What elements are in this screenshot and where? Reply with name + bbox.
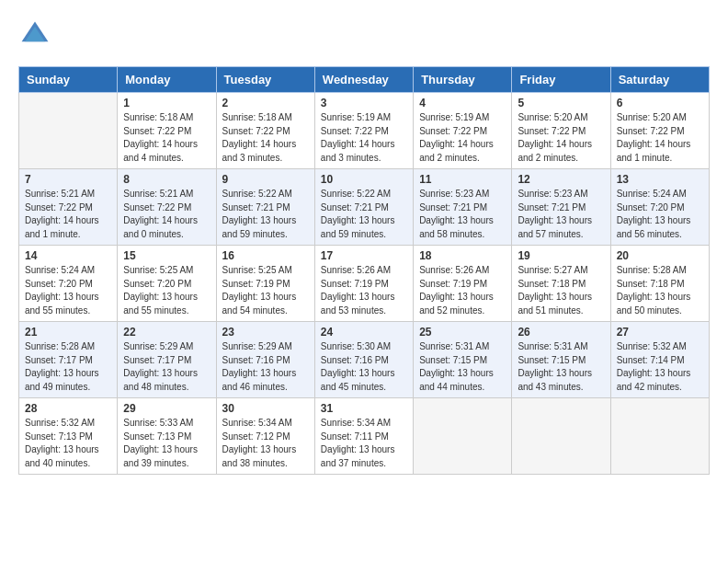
weekday-header: Saturday bbox=[610, 67, 709, 93]
calendar-header: SundayMondayTuesdayWednesdayThursdayFrid… bbox=[19, 67, 710, 93]
calendar-week-row: 14Sunrise: 5:24 AMSunset: 7:20 PMDayligh… bbox=[19, 246, 710, 322]
calendar-cell: 12Sunrise: 5:23 AMSunset: 7:21 PMDayligh… bbox=[512, 169, 610, 246]
calendar-week-row: 28Sunrise: 5:32 AMSunset: 7:13 PMDayligh… bbox=[19, 398, 710, 475]
day-number: 9 bbox=[222, 173, 309, 186]
weekday-header: Tuesday bbox=[216, 67, 314, 93]
calendar-cell: 22Sunrise: 5:29 AMSunset: 7:17 PMDayligh… bbox=[118, 322, 216, 398]
day-number: 30 bbox=[222, 402, 309, 415]
page-header bbox=[18, 18, 710, 52]
day-number: 10 bbox=[321, 173, 407, 186]
calendar-week-row: 7Sunrise: 5:21 AMSunset: 7:22 PMDaylight… bbox=[19, 169, 710, 246]
calendar-cell: 24Sunrise: 5:30 AMSunset: 7:16 PMDayligh… bbox=[314, 322, 413, 398]
day-number: 24 bbox=[321, 326, 407, 339]
day-info: Sunrise: 5:21 AMSunset: 7:22 PMDaylight:… bbox=[25, 188, 111, 241]
day-info: Sunrise: 5:25 AMSunset: 7:19 PMDaylight:… bbox=[222, 264, 309, 317]
calendar-cell: 13Sunrise: 5:24 AMSunset: 7:20 PMDayligh… bbox=[610, 169, 709, 246]
day-info: Sunrise: 5:34 AMSunset: 7:11 PMDaylight:… bbox=[321, 417, 407, 470]
day-number: 19 bbox=[518, 249, 604, 262]
calendar-cell: 15Sunrise: 5:25 AMSunset: 7:20 PMDayligh… bbox=[118, 246, 216, 322]
calendar-cell: 3Sunrise: 5:19 AMSunset: 7:22 PMDaylight… bbox=[314, 93, 413, 169]
day-number: 21 bbox=[25, 326, 111, 339]
calendar-cell bbox=[414, 398, 512, 475]
logo bbox=[18, 18, 55, 52]
day-info: Sunrise: 5:18 AMSunset: 7:22 PMDaylight:… bbox=[222, 111, 309, 165]
calendar-cell: 21Sunrise: 5:28 AMSunset: 7:17 PMDayligh… bbox=[19, 322, 118, 398]
calendar-cell bbox=[610, 398, 709, 475]
calendar-cell: 5Sunrise: 5:20 AMSunset: 7:22 PMDaylight… bbox=[512, 93, 610, 169]
day-number: 3 bbox=[321, 97, 407, 109]
calendar-week-row: 21Sunrise: 5:28 AMSunset: 7:17 PMDayligh… bbox=[19, 322, 710, 398]
calendar-cell: 11Sunrise: 5:23 AMSunset: 7:21 PMDayligh… bbox=[414, 169, 512, 246]
calendar-body: 1Sunrise: 5:18 AMSunset: 7:22 PMDaylight… bbox=[19, 93, 710, 475]
day-info: Sunrise: 5:27 AMSunset: 7:18 PMDaylight:… bbox=[518, 264, 604, 317]
day-number: 25 bbox=[419, 326, 506, 339]
day-info: Sunrise: 5:19 AMSunset: 7:22 PMDaylight:… bbox=[321, 111, 407, 165]
day-info: Sunrise: 5:25 AMSunset: 7:20 PMDaylight:… bbox=[123, 264, 210, 317]
day-number: 14 bbox=[25, 249, 111, 262]
weekday-header: Thursday bbox=[414, 67, 512, 93]
day-info: Sunrise: 5:33 AMSunset: 7:13 PMDaylight:… bbox=[123, 417, 210, 470]
calendar-cell: 31Sunrise: 5:34 AMSunset: 7:11 PMDayligh… bbox=[314, 398, 413, 475]
calendar-cell: 9Sunrise: 5:22 AMSunset: 7:21 PMDaylight… bbox=[216, 169, 314, 246]
day-number: 27 bbox=[617, 326, 703, 339]
day-info: Sunrise: 5:21 AMSunset: 7:22 PMDaylight:… bbox=[123, 188, 210, 241]
calendar-cell: 14Sunrise: 5:24 AMSunset: 7:20 PMDayligh… bbox=[19, 246, 118, 322]
calendar-table: SundayMondayTuesdayWednesdayThursdayFrid… bbox=[18, 66, 710, 475]
day-info: Sunrise: 5:24 AMSunset: 7:20 PMDaylight:… bbox=[25, 264, 111, 317]
weekday-row: SundayMondayTuesdayWednesdayThursdayFrid… bbox=[19, 67, 710, 93]
day-info: Sunrise: 5:32 AMSunset: 7:14 PMDaylight:… bbox=[617, 340, 703, 394]
day-number: 8 bbox=[123, 173, 210, 186]
day-info: Sunrise: 5:31 AMSunset: 7:15 PMDaylight:… bbox=[419, 340, 506, 394]
day-number: 6 bbox=[617, 97, 703, 109]
weekday-header: Sunday bbox=[19, 67, 118, 93]
calendar-cell: 1Sunrise: 5:18 AMSunset: 7:22 PMDaylight… bbox=[118, 93, 216, 169]
day-info: Sunrise: 5:28 AMSunset: 7:17 PMDaylight:… bbox=[25, 340, 111, 394]
day-number: 17 bbox=[321, 249, 407, 262]
calendar-cell: 19Sunrise: 5:27 AMSunset: 7:18 PMDayligh… bbox=[512, 246, 610, 322]
day-info: Sunrise: 5:29 AMSunset: 7:16 PMDaylight:… bbox=[222, 340, 309, 394]
day-number: 16 bbox=[222, 249, 309, 262]
calendar-cell: 6Sunrise: 5:20 AMSunset: 7:22 PMDaylight… bbox=[610, 93, 709, 169]
day-number: 20 bbox=[617, 249, 703, 262]
calendar-cell: 8Sunrise: 5:21 AMSunset: 7:22 PMDaylight… bbox=[118, 169, 216, 246]
calendar-cell: 20Sunrise: 5:28 AMSunset: 7:18 PMDayligh… bbox=[610, 246, 709, 322]
day-info: Sunrise: 5:26 AMSunset: 7:19 PMDaylight:… bbox=[419, 264, 506, 317]
day-number: 23 bbox=[222, 326, 309, 339]
calendar-cell: 25Sunrise: 5:31 AMSunset: 7:15 PMDayligh… bbox=[414, 322, 512, 398]
calendar-cell: 16Sunrise: 5:25 AMSunset: 7:19 PMDayligh… bbox=[216, 246, 314, 322]
day-info: Sunrise: 5:20 AMSunset: 7:22 PMDaylight:… bbox=[518, 111, 604, 165]
day-number: 1 bbox=[123, 97, 210, 109]
day-number: 29 bbox=[123, 402, 210, 415]
day-number: 28 bbox=[25, 402, 111, 415]
day-info: Sunrise: 5:19 AMSunset: 7:22 PMDaylight:… bbox=[419, 111, 506, 165]
day-info: Sunrise: 5:24 AMSunset: 7:20 PMDaylight:… bbox=[617, 188, 703, 241]
calendar-cell: 7Sunrise: 5:21 AMSunset: 7:22 PMDaylight… bbox=[19, 169, 118, 246]
calendar-cell bbox=[512, 398, 610, 475]
day-number: 11 bbox=[419, 173, 506, 186]
calendar-cell: 27Sunrise: 5:32 AMSunset: 7:14 PMDayligh… bbox=[610, 322, 709, 398]
day-number: 26 bbox=[518, 326, 604, 339]
calendar-cell: 2Sunrise: 5:18 AMSunset: 7:22 PMDaylight… bbox=[216, 93, 314, 169]
day-number: 31 bbox=[321, 402, 407, 415]
calendar-week-row: 1Sunrise: 5:18 AMSunset: 7:22 PMDaylight… bbox=[19, 93, 710, 169]
day-number: 2 bbox=[222, 97, 309, 109]
day-info: Sunrise: 5:22 AMSunset: 7:21 PMDaylight:… bbox=[321, 188, 407, 241]
day-info: Sunrise: 5:32 AMSunset: 7:13 PMDaylight:… bbox=[25, 417, 111, 470]
day-info: Sunrise: 5:23 AMSunset: 7:21 PMDaylight:… bbox=[518, 188, 604, 241]
calendar-cell bbox=[19, 93, 118, 169]
day-info: Sunrise: 5:20 AMSunset: 7:22 PMDaylight:… bbox=[617, 111, 703, 165]
calendar-cell: 26Sunrise: 5:31 AMSunset: 7:15 PMDayligh… bbox=[512, 322, 610, 398]
weekday-header: Wednesday bbox=[314, 67, 413, 93]
calendar-cell: 23Sunrise: 5:29 AMSunset: 7:16 PMDayligh… bbox=[216, 322, 314, 398]
calendar-cell: 4Sunrise: 5:19 AMSunset: 7:22 PMDaylight… bbox=[414, 93, 512, 169]
day-info: Sunrise: 5:31 AMSunset: 7:15 PMDaylight:… bbox=[518, 340, 604, 394]
day-number: 22 bbox=[123, 326, 210, 339]
calendar-cell: 30Sunrise: 5:34 AMSunset: 7:12 PMDayligh… bbox=[216, 398, 314, 475]
day-number: 13 bbox=[617, 173, 703, 186]
logo-icon bbox=[18, 18, 51, 52]
day-info: Sunrise: 5:26 AMSunset: 7:19 PMDaylight:… bbox=[321, 264, 407, 317]
day-number: 4 bbox=[419, 97, 506, 109]
day-number: 5 bbox=[518, 97, 604, 109]
calendar-cell: 10Sunrise: 5:22 AMSunset: 7:21 PMDayligh… bbox=[314, 169, 413, 246]
day-number: 12 bbox=[518, 173, 604, 186]
